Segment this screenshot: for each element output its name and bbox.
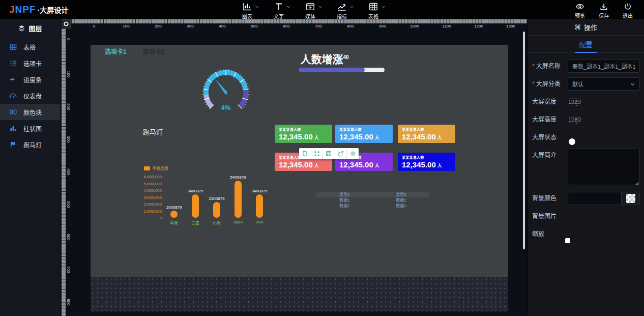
sidebar-item-gauge[interactable]: 仪表盘 [0, 88, 60, 104]
stat-unit: 人 [375, 163, 379, 168]
bg-image-label: 背景图片 [532, 210, 568, 223]
legend-label: 手机品牌 [152, 165, 168, 171]
color-block-icon [9, 108, 17, 116]
chart-icon [242, 2, 252, 12]
tool-text[interactable]: 文字 [274, 2, 291, 20]
text-icon [274, 2, 284, 12]
widget-mobile-button[interactable] [299, 148, 311, 159]
canvas-tab-1[interactable]: 选项卡1 [103, 46, 129, 56]
horizontal-ruler [71, 19, 527, 23]
sidebar-item-bar-chart[interactable]: 柱状图 [0, 120, 60, 136]
bg-color-value-field[interactable] [568, 192, 621, 205]
ruler-origin-button[interactable] [62, 19, 71, 28]
editor-scrollbar[interactable] [523, 32, 525, 249]
tool-chart[interactable]: 图表 [242, 2, 259, 20]
bar-苹果[interactable] [170, 211, 178, 218]
slider-thumb[interactable] [565, 238, 570, 243]
chevron-down-icon[interactable] [318, 5, 323, 9]
color-block-2[interactable]: 某某某总人数12,345.00人 [335, 125, 393, 143]
zoom-label: 缩放 [532, 227, 568, 241]
save-icon [599, 2, 608, 11]
height-stepper [571, 117, 580, 123]
form-row-bgimage: 背景图片 [532, 210, 640, 223]
ruler-label: 1200 [474, 24, 483, 28]
ruler-label: 200 [66, 103, 71, 110]
bar-value-label: 3400879 [244, 189, 275, 193]
chevron-down-icon[interactable] [381, 5, 386, 9]
app-root: JNPF ·大屏设计 图表文字媒体指标表格 预览保存退出 图层 表格选项卡进度条… [0, 0, 644, 316]
marquee-widget[interactable]: 跑马灯 [143, 127, 163, 136]
bar-chart-widget[interactable]: 手机品牌 6,000,0005,000,0004,000,0003,000,00… [140, 164, 283, 225]
ruler-label: 200 [155, 24, 161, 28]
table-widget[interactable]: 类型1类型2数据1数据2数据1数据2 [316, 192, 429, 209]
screen-width-label: 大屏宽度 [532, 95, 568, 108]
design-canvas[interactable]: 选项卡1选项卡2 人数增涨40 4% 跑马灯 某某某总人数12,345.00人某… [91, 45, 508, 277]
widget-save-button[interactable] [323, 148, 335, 159]
step-up-button[interactable] [572, 117, 580, 121]
chevron-down-icon [574, 103, 578, 107]
form-row-height: 大屏高度 1080 [532, 113, 640, 126]
canvas-tab-2[interactable]: 选项卡2 [141, 46, 167, 56]
stat-unit: 人 [437, 163, 442, 168]
step-up-button[interactable] [572, 99, 580, 103]
ruler-label: 500 [251, 24, 257, 28]
transparent-checker-icon [626, 194, 635, 203]
progress-bar-widget[interactable] [299, 68, 385, 72]
step-down-button[interactable] [572, 121, 580, 125]
color-block-1[interactable]: 某某某总人数12,345.00人 [275, 125, 332, 143]
save-icon [326, 151, 332, 157]
screen-desc-textarea[interactable] [568, 149, 640, 185]
bg-color-picker[interactable] [568, 192, 640, 205]
sidebar-item-tabs[interactable]: 选项卡 [0, 55, 60, 71]
sidebar-item-table[interactable]: 表格 [0, 39, 60, 55]
screen-width-input[interactable]: 1920 [568, 98, 581, 105]
panel-header: ⌘ 操作 [528, 19, 644, 36]
bg-color-swatch-button[interactable] [621, 192, 639, 205]
chart-legend: 手机品牌 [144, 165, 168, 171]
table-icon [368, 2, 378, 12]
tab-config[interactable]: 配置 [571, 36, 600, 53]
table-cell: 数据2 [373, 203, 429, 209]
sidebar-item-marquee[interactable]: 跑马灯 [0, 136, 60, 153]
form-row-desc: 大屏简介 [532, 149, 640, 187]
stat-label: 某某某总人数 [402, 155, 451, 160]
ruler-label: 1000 [410, 24, 419, 28]
headline-widget[interactable]: 人数增涨40 [274, 51, 375, 66]
step-down-button[interactable] [572, 103, 580, 107]
screen-category-select[interactable]: 默认 [568, 77, 640, 91]
chevron-down-icon[interactable] [255, 5, 259, 9]
screen-name-input[interactable] [568, 60, 640, 73]
exit-icon [623, 2, 632, 11]
x-axis-label: oppo [227, 220, 249, 224]
chevron-down-icon[interactable] [286, 5, 291, 9]
tool-media[interactable]: 媒体 [305, 2, 323, 20]
ruler-label: 100 [66, 71, 71, 77]
stat-unit: 人 [437, 135, 442, 140]
sidebar-item-color-block[interactable]: 颜色块 [0, 104, 60, 120]
action-exit[interactable]: 退出 [623, 2, 633, 19]
headline-superscript: 40 [343, 54, 348, 60]
gauge-widget[interactable]: 4% [201, 68, 250, 117]
bar-value-label: 3400879 [180, 189, 211, 193]
bar-vivo[interactable] [256, 194, 263, 218]
screen-height-input[interactable]: 1080 [568, 116, 581, 123]
mobile-icon [302, 151, 308, 157]
action-save[interactable]: 保存 [599, 2, 609, 19]
bar-小米[interactable] [213, 202, 220, 218]
layer-list: 表格选项卡进度条仪表盘颜色块柱状图跑马灯 [0, 39, 60, 153]
tool-table[interactable]: 表格 [368, 2, 386, 20]
color-block-3[interactable]: 某某某总人数12,345.00人 [398, 125, 455, 143]
indicator-icon [337, 2, 347, 12]
chevron-down-icon[interactable] [349, 5, 354, 9]
bar-oppo[interactable] [235, 181, 242, 218]
widget-share-button[interactable] [335, 148, 347, 159]
color-block-6[interactable]: 某某某总人数12,345.00人 [398, 153, 455, 171]
action-preview[interactable]: 预览 [575, 2, 585, 19]
bar-三星[interactable] [192, 194, 199, 218]
stat-value: 12,345.00人 [402, 132, 451, 141]
widget-expand-button[interactable] [311, 148, 323, 159]
tool-indicator[interactable]: 指标 [337, 2, 354, 20]
widget-gear-button[interactable] [346, 148, 359, 159]
ruler-label: 700 [66, 266, 71, 273]
sidebar-item-progress-bar[interactable]: 进度条 [0, 71, 60, 88]
